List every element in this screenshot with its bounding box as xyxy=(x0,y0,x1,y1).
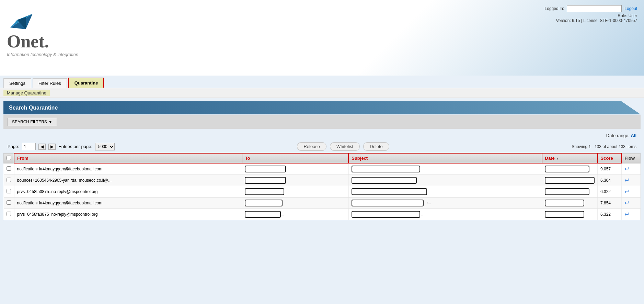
row-checkbox-cell[interactable] xyxy=(4,209,14,220)
to-cell xyxy=(242,186,349,197)
main-content: Search Quarantine ? SEARCH FILTERS ▼ Dat… xyxy=(0,98,644,304)
logo-subtitle: Information technology & integration xyxy=(7,52,78,57)
flow-arrow-icon[interactable]: ↵ xyxy=(624,177,630,184)
row-checkbox[interactable] xyxy=(7,200,11,205)
search-panel-title: Search Quarantine xyxy=(9,105,58,111)
nav-bar: Settings Filter Rules Quarantine xyxy=(0,76,644,88)
score-cell: 6.304 xyxy=(598,174,622,186)
flow-arrow-icon[interactable]: ↵ xyxy=(624,188,630,195)
table-row: notification+kr4kmayqgqrx@facebookmail.c… xyxy=(4,197,641,209)
select-all-checkbox[interactable] xyxy=(7,156,11,160)
logged-in-label: Logged In: xyxy=(545,6,564,11)
login-input[interactable] xyxy=(567,5,622,12)
table-row: notification+kr4kmayqgqrx@facebookmail.c… xyxy=(4,163,641,174)
row-checkbox-cell[interactable] xyxy=(4,163,14,174)
quarantine-table: From To Subject Date ▼ Score xyxy=(3,153,641,220)
score-cell: 6.322 xyxy=(598,186,622,197)
next-page-button[interactable]: ▶ xyxy=(48,144,56,150)
logout-link[interactable]: Logout xyxy=(624,6,637,11)
search-header: Search Quarantine ? xyxy=(3,101,641,114)
logged-in-row: Logged In: Logout xyxy=(545,5,637,12)
search-filters-label: SEARCH FILTERS xyxy=(12,120,47,124)
tab-settings[interactable]: Settings xyxy=(3,78,31,88)
dropdown-arrow-icon: ▼ xyxy=(48,120,53,124)
flow-arrow-icon[interactable]: ↵ xyxy=(624,200,630,206)
from-cell: notification+kr4kmayqgqrx@facebookmail.c… xyxy=(14,197,242,209)
subject-cell xyxy=(348,163,542,174)
flow-cell[interactable]: ↵ xyxy=(622,209,641,220)
subject-cell: ...r... xyxy=(348,197,542,209)
flow-arrow-icon[interactable]: ↵ xyxy=(624,211,630,218)
entries-per-page-select[interactable]: 100 500 1000 5000 xyxy=(95,143,115,150)
flow-cell[interactable]: ↵ xyxy=(622,174,641,186)
score-column-header[interactable]: Score xyxy=(598,153,622,163)
from-cell: prvs=0458fa3875=no-reply@mspcontrol.org xyxy=(14,209,242,220)
row-checkbox[interactable] xyxy=(7,189,11,193)
date-cell xyxy=(542,209,598,220)
table-row: prvs=0458fa3875=no-reply@mspcontrol.org … xyxy=(4,186,641,197)
flow-cell[interactable]: ↵ xyxy=(622,186,641,197)
entries-label: Entries per page: xyxy=(58,144,92,149)
flow-cell[interactable]: ↵ xyxy=(622,163,641,174)
row-checkbox[interactable] xyxy=(7,166,11,171)
search-filters-button[interactable]: SEARCH FILTERS ▼ xyxy=(8,118,57,126)
subject-column-header[interactable]: Subject xyxy=(348,153,542,163)
prev-page-button[interactable]: ◀ xyxy=(38,144,46,150)
flow-column-header: Flow xyxy=(622,153,641,163)
page-header: Onet. Information technology & integrati… xyxy=(0,0,644,76)
delete-button[interactable]: Delete xyxy=(363,142,389,151)
role-label: Role: User xyxy=(545,13,637,18)
from-cell: prvs=0458fa3875=no-reply@mspcontrol.org xyxy=(14,186,242,197)
date-sort-icon: ▼ xyxy=(556,157,559,160)
pagination-bar: Page: ◀ ▶ Entries per page: 100 500 1000… xyxy=(3,140,641,153)
search-panel: Search Quarantine ? SEARCH FILTERS ▼ Dat… xyxy=(3,101,641,220)
score-cell: 9.057 xyxy=(598,163,622,174)
table-row: bounces+1605454-2905-yanirda=mouseoc.co.… xyxy=(4,174,641,186)
date-column-header[interactable]: Date ▼ xyxy=(542,153,598,163)
row-checkbox[interactable] xyxy=(7,212,11,216)
filter-bar: SEARCH FILTERS ▼ xyxy=(3,115,641,129)
date-range-label: Date range: xyxy=(606,133,630,138)
score-cell: 6.322 xyxy=(598,209,622,220)
row-checkbox-cell[interactable] xyxy=(4,186,14,197)
header-right: Logged In: Logout Role: User Version: 6.… xyxy=(545,3,637,23)
page-input[interactable] xyxy=(22,143,36,150)
showing-text: Showing 1 - 133 of about 133 items xyxy=(572,144,636,149)
to-column-header[interactable]: To xyxy=(242,153,349,163)
row-checkbox-cell[interactable] xyxy=(4,197,14,209)
subject-cell xyxy=(348,174,542,186)
date-cell xyxy=(542,197,598,209)
sub-nav: Manage Quarantine xyxy=(0,88,644,98)
whitelist-button[interactable]: Whitelist xyxy=(330,142,360,151)
row-checkbox[interactable] xyxy=(7,178,11,182)
subject-cell: ... xyxy=(348,209,542,220)
version-label: Version: 6.15 | License: STE-1-0000-4709… xyxy=(545,18,637,23)
subject-cell xyxy=(348,186,542,197)
select-all-header[interactable] xyxy=(4,153,14,163)
to-cell xyxy=(242,197,349,209)
logo-text: Onet. xyxy=(7,33,78,50)
to-cell xyxy=(242,174,349,186)
tab-filter-rules[interactable]: Filter Rules xyxy=(33,78,67,88)
help-icon[interactable]: ? xyxy=(632,105,635,111)
score-cell: 7.854 xyxy=(598,197,622,209)
release-button[interactable]: Release xyxy=(297,142,326,151)
flow-cell[interactable]: ↵ xyxy=(622,197,641,209)
row-checkbox-cell[interactable] xyxy=(4,174,14,186)
tab-quarantine[interactable]: Quarantine xyxy=(68,78,104,88)
from-cell: bounces+1605454-2905-yanirda=mouseoc.co.… xyxy=(14,174,242,186)
sub-nav-item: Manage Quarantine xyxy=(3,90,50,96)
action-buttons: Release Whitelist Delete xyxy=(117,142,569,151)
table-row: prvs=0458fa3875=no-reply@mspcontrol.org … xyxy=(4,209,641,220)
flow-arrow-icon[interactable]: ↵ xyxy=(624,166,630,172)
table-header-row: From To Subject Date ▼ Score xyxy=(4,153,641,163)
page-label: Page: xyxy=(8,144,19,149)
date-cell xyxy=(542,186,598,197)
to-cell: ... xyxy=(242,209,349,220)
date-range-bar: Date range: All xyxy=(3,131,641,140)
date-cell xyxy=(542,174,598,186)
logo-area: Onet. Information technology & integrati… xyxy=(7,3,78,57)
logo-icon xyxy=(7,7,34,31)
date-range-value[interactable]: All xyxy=(631,133,636,138)
from-column-header[interactable]: From xyxy=(14,153,242,163)
